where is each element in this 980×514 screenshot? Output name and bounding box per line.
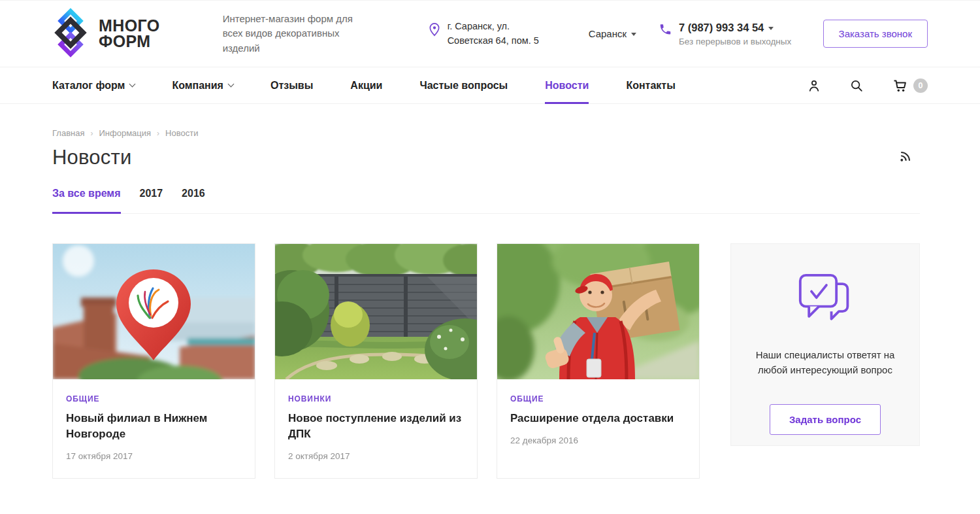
ask-question-widget: Наши специалисты ответят на любой интере… [730, 243, 920, 446]
ask-question-text: Наши специалисты ответят на любой интере… [747, 347, 903, 378]
news-date: 22 декабря 2016 [510, 436, 686, 445]
news-card-delivery-expansion[interactable]: ОБЩИЕ Расширение отдела доставки 22 дека… [497, 243, 700, 479]
cart-button[interactable]: 0 [892, 78, 928, 94]
header: МНОГО ФОРМ Интернет-магазин форм для все… [0, 0, 980, 67]
caret-down-icon [768, 27, 774, 30]
page-title: Новости [52, 146, 131, 169]
phone-block: 7 (987) 993 34 54 Без перерывов и выходн… [659, 22, 791, 46]
news-card-wpc-products[interactable]: НОВИНКИ Новое поступление изделий из ДПК… [274, 243, 478, 479]
news-category[interactable]: ОБЩИЕ [510, 394, 686, 403]
diamonds-logo-icon [52, 8, 89, 60]
chevron-down-icon [228, 81, 235, 88]
main-navigation: Каталог форм Компания Отзывы Акции Часты… [0, 67, 980, 104]
chat-bubbles-icon [794, 273, 857, 330]
cart-count-badge: 0 [913, 78, 928, 93]
news-card-nizhny-novgorod[interactable]: ОБЩИЕ Новый филиал в Нижнем Новгороде 17… [52, 243, 255, 479]
nav-item-news[interactable]: Новости [545, 67, 589, 103]
news-card-body: НОВИНКИ Новое поступление изделий из ДПК… [275, 379, 477, 478]
news-image-map-pin-nizhny-novgorod [53, 244, 255, 379]
news-image-wpc-fence-garden [275, 244, 477, 379]
news-date: 2 октября 2017 [288, 451, 464, 461]
tab-2016[interactable]: 2016 [182, 188, 205, 213]
user-icon [807, 78, 821, 93]
news-card-body: ОБЩИЕ Новый филиал в Нижнем Новгороде 17… [53, 379, 255, 478]
nav-item-promotions[interactable]: Акции [350, 67, 382, 103]
chevron-down-icon [129, 81, 136, 88]
rss-icon [899, 150, 911, 163]
cart-icon [892, 78, 909, 94]
nav-item-label: Частые вопросы [419, 80, 508, 92]
phone-schedule-note: Без перерывов и выходных [679, 37, 791, 46]
news-date: 17 октября 2017 [66, 451, 242, 461]
breadcrumb-separator: › [90, 129, 93, 138]
news-card-body: ОБЩИЕ Расширение отдела доставки 22 дека… [497, 379, 699, 462]
news-category[interactable]: ОБЩИЕ [66, 394, 242, 403]
nav-item-faq[interactable]: Частые вопросы [419, 67, 508, 103]
city-selector[interactable]: Саранск [589, 28, 636, 39]
store-address-text: г. Саранск, ул. Советская 64, пом. 5 [448, 20, 549, 48]
tab-all-time[interactable]: За все время [52, 188, 121, 213]
logo[interactable]: МНОГО ФОРМ [52, 8, 160, 60]
store-address[interactable]: г. Саранск, ул. Советская 64, пом. 5 [428, 20, 549, 48]
account-button[interactable] [807, 78, 821, 93]
location-pin-icon [428, 22, 441, 37]
search-icon [849, 78, 864, 93]
phone-number[interactable]: 7 (987) 993 34 54 [679, 22, 791, 34]
breadcrumb: Главная › Информация › Новости [0, 128, 980, 138]
phone-icon [659, 23, 672, 36]
breadcrumb-home[interactable]: Главная [52, 128, 84, 138]
nav-item-reviews[interactable]: Отзывы [270, 67, 313, 103]
news-list: ОБЩИЕ Новый филиал в Нижнем Новгороде 17… [0, 214, 980, 479]
nav-item-label: Новости [545, 80, 589, 92]
news-image-delivery-man [497, 244, 699, 379]
nav-item-label: Каталог форм [52, 80, 125, 92]
tab-2017[interactable]: 2017 [140, 188, 163, 213]
news-title[interactable]: Новый филиал в Нижнем Новгороде [66, 411, 242, 442]
phone-number-text: 7 (987) 993 34 54 [679, 22, 764, 34]
news-title[interactable]: Расширение отдела доставки [510, 411, 686, 426]
news-category[interactable]: НОВИНКИ [288, 394, 464, 403]
breadcrumb-news: Новости [165, 128, 198, 138]
nav-item-catalog[interactable]: Каталог форм [52, 67, 135, 103]
caret-down-icon [631, 33, 636, 36]
site-tagline: Интернет-магазин форм для всех видов дек… [223, 12, 365, 56]
breadcrumb-information[interactable]: Информация [99, 128, 151, 138]
nav-item-contacts[interactable]: Контакты [626, 67, 675, 103]
rss-button[interactable] [899, 150, 911, 165]
title-row: Новости [0, 146, 980, 169]
period-tabs: За все время 2017 2016 [52, 188, 920, 214]
nav-item-label: Компания [172, 80, 223, 92]
nav-item-label: Акции [350, 80, 382, 92]
city-selector-value: Саранск [589, 28, 627, 39]
nav-item-label: Контакты [626, 80, 675, 92]
order-call-button[interactable]: Заказать звонок [823, 20, 928, 48]
nav-item-company[interactable]: Компания [172, 67, 233, 103]
nav-item-label: Отзывы [270, 80, 313, 92]
logo-text: МНОГО ФОРМ [99, 18, 160, 50]
breadcrumb-separator: › [157, 129, 159, 138]
search-button[interactable] [849, 78, 864, 93]
ask-question-button[interactable]: Задать вопрос [770, 404, 881, 435]
news-title[interactable]: Новое поступление изделий из ДПК [288, 411, 464, 442]
